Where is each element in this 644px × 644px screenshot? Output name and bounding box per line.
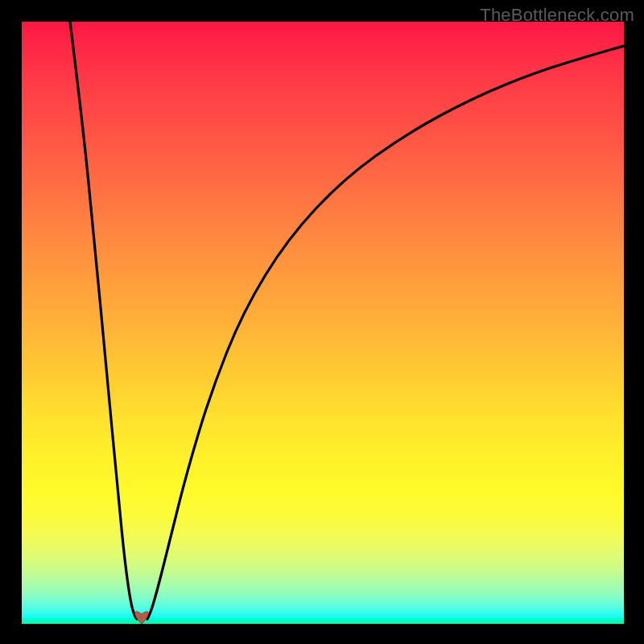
- plot-area: [22, 22, 624, 624]
- minimum-marker-icon: [135, 612, 149, 624]
- watermark-text: TheBottleneck.com: [480, 5, 634, 26]
- curve-right-branch: [147, 46, 624, 619]
- chart-container: TheBottleneck.com: [0, 0, 644, 644]
- bottleneck-curve: [22, 22, 624, 624]
- curve-left-branch: [70, 22, 137, 619]
